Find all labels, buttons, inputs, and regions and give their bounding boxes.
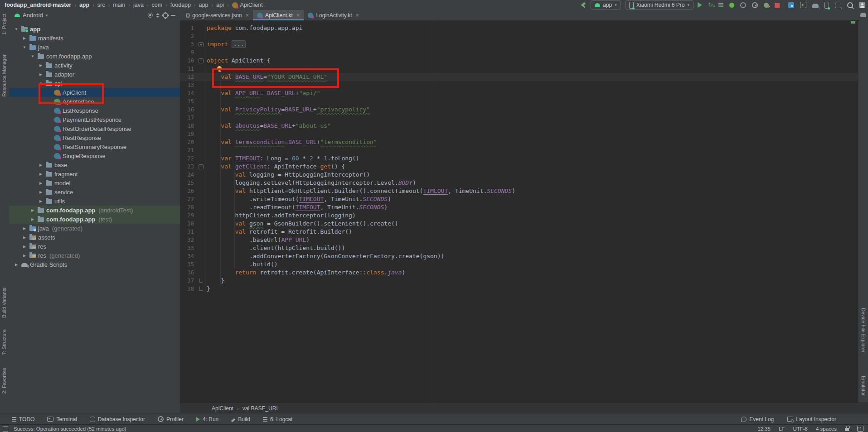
code-line-18[interactable]: 18 val aboutus=BASE_URL+"about-us" — [180, 122, 858, 130]
stripe-label-Emulator[interactable]: Emulator — [861, 376, 866, 396]
tool-window-button-Profiler[interactable]: Profiler — [158, 416, 184, 422]
line-number[interactable]: 29 — [180, 211, 194, 220]
line-number[interactable]: 24 — [180, 171, 194, 179]
build-hammer-icon[interactable] — [580, 2, 587, 8]
code-line-15[interactable]: 15 — [180, 97, 858, 106]
tree-arrow[interactable]: ▶ — [14, 263, 19, 267]
line-number[interactable]: 16 — [180, 106, 194, 114]
line-number[interactable]: 19 — [180, 130, 194, 138]
code-line-16[interactable]: 16 val PrivicyPolicy=BASE_URL+"privacypo… — [180, 106, 858, 114]
breadcrumb-item[interactable]: src — [97, 2, 105, 8]
attach-debugger-icon[interactable] — [740, 2, 746, 8]
tree-arrow[interactable]: ▶ — [30, 217, 35, 221]
tree-arrow[interactable]: ▶ — [38, 181, 44, 185]
tree-item-com.foodapp.app[interactable]: ▶com.foodapp.app(androidTest) — [9, 206, 180, 215]
line-number[interactable]: 30 — [180, 220, 194, 228]
code-line-9[interactable]: 9 — [180, 48, 858, 57]
line-number[interactable]: 9 — [180, 48, 194, 57]
tree-arrow[interactable]: ▼ — [30, 54, 35, 58]
gradle-sync-icon[interactable] — [812, 4, 819, 8]
tree-item-adaptor[interactable]: ▶adaptor — [9, 70, 180, 79]
line-number[interactable]: 26 — [180, 187, 194, 195]
sdk-manager-icon[interactable] — [835, 3, 841, 8]
fold-icon[interactable]: + — [199, 42, 204, 47]
line-number[interactable]: 31 — [180, 228, 194, 236]
tree-item-res[interactable]: ▶res(generated) — [9, 251, 180, 260]
tree-arrow[interactable]: ▶ — [22, 226, 27, 230]
tree-item-com.foodapp.app[interactable]: ▼com.foodapp.app — [9, 52, 180, 61]
line-number[interactable]: 38 — [180, 285, 194, 293]
line-number[interactable]: 2 — [180, 32, 194, 40]
line-number[interactable]: 35 — [180, 260, 194, 269]
tool-window-button-Build[interactable]: Build — [231, 416, 250, 422]
editor-breadcrumb-item[interactable]: ApiClient — [212, 405, 233, 412]
gear-icon[interactable] — [163, 13, 168, 18]
tree-arrow[interactable]: ▶ — [22, 254, 27, 258]
tree-arrow[interactable]: ▶ — [22, 36, 27, 40]
code-line-1[interactable]: 1package com.foodapp.app.api — [180, 24, 858, 32]
line-number[interactable]: 33 — [180, 244, 194, 252]
tab-close-icon[interactable]: × — [356, 12, 359, 19]
line-number[interactable]: 3 — [180, 40, 194, 48]
breadcrumb-item[interactable]: api — [216, 2, 224, 8]
tab-google-services.json[interactable]: {;}google-services.json× — [182, 10, 253, 20]
line-number[interactable]: 15 — [180, 97, 194, 106]
code-line-19[interactable]: 19 — [180, 130, 858, 138]
stop-icon[interactable] — [775, 3, 780, 8]
line-number[interactable]: 23 — [180, 163, 194, 171]
line-number[interactable]: 21 — [180, 146, 194, 154]
code-line-32[interactable]: 32 .baseUrl(APP_URL) — [180, 236, 858, 244]
line-number[interactable]: 37 — [180, 277, 194, 285]
line-number[interactable]: 32 — [180, 236, 194, 244]
line-number[interactable]: 34 — [180, 252, 194, 260]
code-line-14[interactable]: 14 val APP_URL= BASE_URL+"api/" — [180, 89, 858, 97]
tree-item-com.foodapp.app[interactable]: ▶com.foodapp.app(test) — [9, 215, 180, 224]
tree-item-app[interactable]: ▼app — [9, 24, 180, 34]
tab-close-icon[interactable]: × — [296, 12, 300, 19]
code-line-24[interactable]: 24 val logging = HttpLoggingInterceptor(… — [180, 171, 858, 179]
tree-arrow[interactable]: ▶ — [22, 245, 27, 249]
tree-arrow[interactable]: ▼ — [14, 27, 19, 31]
code-line-36[interactable]: 36 return retrofit.create(ApiInterface::… — [180, 269, 858, 277]
line-number[interactable]: 13 — [180, 81, 194, 89]
fold-icon[interactable]: − — [199, 58, 204, 63]
code-line-17[interactable]: 17 — [180, 114, 858, 122]
code-line-26[interactable]: 26 val httpClient=OkHttpClient.Builder()… — [180, 187, 858, 195]
code-line-20[interactable]: 20 val termscondition=BASE_URL+"termscon… — [180, 138, 858, 146]
code-line-31[interactable]: 31 val retrofit = Retrofit.Builder() — [180, 228, 858, 236]
fold-gutter[interactable]: − — [194, 163, 205, 171]
tool-window-button-Layout Inspector[interactable]: Layout Inspector — [787, 416, 836, 422]
tree-arrow[interactable]: ▶ — [38, 63, 44, 67]
run-configuration-select[interactable]: app ▾ — [591, 0, 621, 10]
line-number[interactable]: 17 — [180, 114, 194, 122]
tab-close-icon[interactable]: × — [246, 12, 249, 19]
line-number[interactable]: 36 — [180, 269, 194, 277]
collapse-all-icon[interactable] — [155, 13, 160, 18]
tool-window-button-4: Run[interactable]: 4: Run — [196, 416, 218, 422]
code-line-28[interactable]: 28 .readTimeout(TIMEOUT, TimeUnit.SECOND… — [180, 203, 858, 211]
assistant-icon[interactable] — [857, 426, 863, 432]
breadcrumb-item[interactable]: main — [113, 2, 125, 8]
fold-gutter[interactable]: − — [194, 57, 205, 65]
tree-item-Gradle Scripts[interactable]: ▶Gradle Scripts — [9, 260, 180, 269]
tool-window-button-Database Inspector[interactable]: Database Inspector — [90, 416, 145, 422]
editor-breadcrumb-item[interactable]: val BASE_URL — [242, 405, 279, 412]
locate-file-icon[interactable] — [148, 13, 153, 18]
apply-code-changes-icon[interactable] — [718, 3, 723, 4]
hide-panel-icon[interactable] — [171, 15, 175, 16]
stripe-label-Device File Explorer[interactable]: Device File Explorer — [861, 308, 866, 352]
tree-item-activity[interactable]: ▶activity — [9, 61, 180, 70]
device-manager-icon[interactable] — [824, 2, 829, 9]
device-select[interactable]: Xiaomi Redmi 6 Pro ▾ — [625, 0, 693, 10]
line-number[interactable]: 1 — [180, 24, 194, 32]
tree-arrow[interactable]: ▶ — [22, 235, 27, 240]
tree-item-utils[interactable]: ▶utils — [9, 197, 180, 206]
breadcrumb-item[interactable]: app — [79, 2, 89, 8]
tree-arrow[interactable]: ▼ — [22, 45, 27, 49]
tree-item-java[interactable]: ▶java(generated) — [9, 224, 180, 233]
tree-item-service[interactable]: ▶service — [9, 187, 180, 197]
tool-window-button-TODO[interactable]: TODO — [12, 416, 34, 422]
gradle-stripe-icon[interactable] — [860, 13, 866, 17]
tool-window-button-Terminal[interactable]: Terminal — [47, 416, 77, 422]
breadcrumb-item[interactable]: com — [152, 2, 163, 8]
